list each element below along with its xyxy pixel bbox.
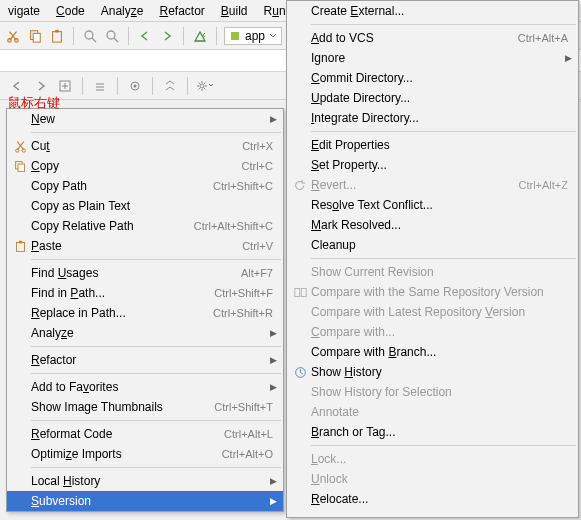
menu-item-find-usages[interactable]: Find UsagesAlt+F7: [7, 263, 283, 283]
menu-item-copy[interactable]: CopyCtrl+C: [7, 156, 283, 176]
menu-item-add-to-vcs[interactable]: Add to VCSCtrl+Alt+A: [287, 28, 578, 48]
right-arrow-icon[interactable]: [32, 77, 50, 95]
submenu-arrow-icon: ▶: [267, 355, 277, 365]
menu-item-update-directory[interactable]: Update Directory...: [287, 88, 578, 108]
menu-item-replace-in-path[interactable]: Replace in Path...Ctrl+Shift+R: [7, 303, 283, 323]
menu-separator: [31, 259, 281, 260]
run-config-dropdown[interactable]: app: [224, 27, 282, 45]
menu-item-set-property[interactable]: Set Property...: [287, 155, 578, 175]
menu-item-show-current-revision: Show Current Revision: [287, 262, 578, 282]
menu-item-subversion[interactable]: Subversion▶: [7, 491, 283, 511]
cut-icon: [11, 140, 29, 153]
menu-item-create-external[interactable]: Create External...: [287, 1, 578, 21]
locate-icon[interactable]: [126, 77, 144, 95]
svg-rect-16: [18, 164, 25, 171]
back-icon[interactable]: [136, 27, 154, 45]
menu-item-mark-resolved[interactable]: Mark Resolved...: [287, 215, 578, 235]
menu-shortcut: Ctrl+Shift+F: [214, 287, 277, 299]
menu-item-cleanup[interactable]: Cleanup: [287, 235, 578, 255]
menu-item-label: Show Current Revision: [309, 265, 572, 279]
menu-item-analyze[interactable]: Analyze▶: [7, 323, 283, 343]
menu-item-lock: Lock...: [287, 449, 578, 469]
left-arrow-icon[interactable]: [8, 77, 26, 95]
menu-shortcut: Ctrl+C: [242, 160, 277, 172]
android-icon: [229, 30, 241, 42]
menu-item-refactor[interactable]: Refactor▶: [7, 350, 283, 370]
build-icon[interactable]: [191, 27, 209, 45]
menu-item-branch-or-tag[interactable]: Branch or Tag...: [287, 422, 578, 442]
menu-item-copy-as-plain-text[interactable]: Copy as Plain Text: [7, 196, 283, 216]
search-plus-icon[interactable]: [81, 27, 99, 45]
menu-item-label: Reformat Code: [29, 427, 224, 441]
menu-item-new[interactable]: New▶: [7, 109, 283, 129]
toolbar-separator: [183, 27, 184, 45]
svg-rect-4: [53, 31, 62, 42]
menu-item-show-history[interactable]: Show History: [287, 362, 578, 382]
submenu-arrow-icon: ▶: [267, 114, 277, 124]
menu-item-ignore[interactable]: Ignore▶: [287, 48, 578, 68]
svg-point-11: [134, 84, 137, 87]
menu-item-label: Local History: [29, 474, 267, 488]
menu-item-relocate[interactable]: Relocate...: [287, 489, 578, 509]
menu-item-show-image-thumbnails[interactable]: Show Image ThumbnailsCtrl+Shift+T: [7, 397, 283, 417]
menu-item-label: Analyze: [29, 326, 267, 340]
menu-item-resolve-text-conflict[interactable]: Resolve Text Conflict...: [287, 195, 578, 215]
forward-icon[interactable]: [158, 27, 176, 45]
menu-item-compare-with-the-same-repository-version: Compare with the Same Repository Version: [287, 282, 578, 302]
menu-item-copy-relative-path[interactable]: Copy Relative PathCtrl+Alt+Shift+C: [7, 216, 283, 236]
menu-item-commit-directory[interactable]: Commit Directory...: [287, 68, 578, 88]
paste-icon[interactable]: [48, 27, 66, 45]
svg-point-7: [107, 31, 115, 39]
menu-item-reformat-code[interactable]: Reformat CodeCtrl+Alt+L: [7, 424, 283, 444]
menu-item-label: Add to Favorites: [29, 380, 267, 394]
menu-item-label: Commit Directory...: [309, 71, 572, 85]
svg-rect-20: [301, 288, 306, 296]
menu-item-copy-path[interactable]: Copy PathCtrl+Shift+C: [7, 176, 283, 196]
collapse-all-icon[interactable]: [161, 77, 179, 95]
menu-item-label: Compare with the Same Repository Version: [309, 285, 572, 299]
menu-item-integrate-directory[interactable]: Integrate Directory...: [287, 108, 578, 128]
svg-rect-5: [55, 29, 59, 32]
menu-shortcut: Ctrl+X: [242, 140, 277, 152]
add-icon[interactable]: [56, 77, 74, 95]
submenu-arrow-icon: ▶: [267, 328, 277, 338]
menu-item-label: New: [29, 112, 267, 126]
menu-item-label: Resolve Text Conflict...: [309, 198, 572, 212]
menu-separator: [31, 467, 281, 468]
menu-item-annotate: Annotate: [287, 402, 578, 422]
copy-icon[interactable]: [26, 27, 44, 45]
menubar-item[interactable]: Analyze: [93, 2, 152, 20]
menu-item-label: Cut: [29, 139, 242, 153]
menu-item-cut[interactable]: CutCtrl+X: [7, 136, 283, 156]
menu-item-edit-properties[interactable]: Edit Properties: [287, 135, 578, 155]
menu-item-unlock: Unlock: [287, 469, 578, 489]
submenu-arrow-icon: ▶: [267, 496, 277, 506]
menu-separator: [31, 373, 281, 374]
menu-item-label: Set Property...: [309, 158, 572, 172]
menubar-item[interactable]: Build: [213, 2, 256, 20]
cut-icon[interactable]: [4, 27, 22, 45]
menu-separator: [311, 445, 576, 446]
menu-item-label: Compare with...: [309, 325, 572, 339]
menu-item-paste[interactable]: PasteCtrl+V: [7, 236, 283, 256]
menu-item-find-in-path[interactable]: Find in Path...Ctrl+Shift+F: [7, 283, 283, 303]
menubar-item[interactable]: vigate: [0, 2, 48, 20]
menu-item-optimize-imports[interactable]: Optimize ImportsCtrl+Alt+O: [7, 444, 283, 464]
expand-icon[interactable]: [91, 77, 109, 95]
menu-shortcut: Ctrl+Shift+C: [213, 180, 277, 192]
search-icon[interactable]: [103, 27, 121, 45]
menubar-item[interactable]: Code: [48, 2, 93, 20]
menu-item-compare-with-branch[interactable]: Compare with Branch...: [287, 342, 578, 362]
menu-shortcut: Alt+F7: [241, 267, 277, 279]
menu-item-local-history[interactable]: Local History▶: [7, 471, 283, 491]
menubar-item[interactable]: Refactor: [151, 2, 212, 20]
menu-item-add-to-favorites[interactable]: Add to Favorites▶: [7, 377, 283, 397]
menu-item-show-history-for-selection: Show History for Selection: [287, 382, 578, 402]
menu-separator: [311, 131, 576, 132]
gear-icon[interactable]: [196, 77, 214, 95]
menu-item-label: Ignore: [309, 51, 562, 65]
svg-rect-19: [294, 288, 299, 296]
menu-item-label: Create External...: [309, 4, 572, 18]
menu-item-label: Find in Path...: [29, 286, 214, 300]
submenu-arrow-icon: ▶: [267, 476, 277, 486]
